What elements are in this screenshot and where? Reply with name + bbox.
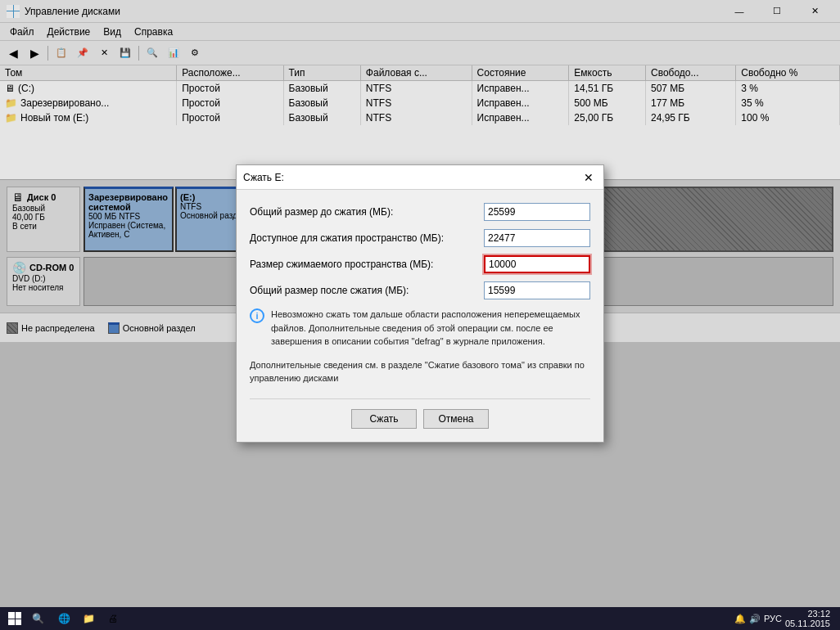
taskbar-apps: 🌐 📁 🖨 <box>49 607 728 630</box>
info-icon: i <box>250 308 264 323</box>
shrink-dialog: Сжать Е: ✕ Общий размер до сжатия (МБ): … <box>236 164 604 443</box>
field-row-available-size: Доступное для сжатия пространство (МБ): <box>250 229 590 247</box>
field-row-total-after: Общий размер после сжатия (МБ): <box>250 281 590 299</box>
taskbar-app-ie[interactable]: 🌐 <box>52 607 75 630</box>
input-total-size <box>484 203 590 221</box>
input-shrink-size[interactable] <box>484 255 590 273</box>
field-row-shrink-size: Размер сжимаемого пространства (МБ): <box>250 255 590 273</box>
cancel-button[interactable]: Отмена <box>423 409 489 429</box>
taskbar-app-explorer[interactable]: 📁 <box>77 607 100 630</box>
info-section: i Невозможно сжать том дальше области ра… <box>250 308 590 349</box>
taskbar-volume-icon[interactable]: 🔊 <box>749 614 761 624</box>
taskbar-right: 🔔 🔊 РУС 23:12 05.11.2015 <box>728 609 837 628</box>
taskbar-time-date[interactable]: 23:12 05.11.2015 <box>785 609 830 628</box>
info-text-content: Невозможно сжать том дальше области расп… <box>271 308 590 349</box>
help-text: Дополнительные сведения см. в разделе "С… <box>250 358 590 385</box>
start-button[interactable] <box>3 607 26 630</box>
input-available-size <box>484 229 590 247</box>
search-button[interactable]: 🔍 <box>26 607 49 630</box>
label-total-size: Общий размер до сжатия (МБ): <box>250 206 484 218</box>
modal-overlay: Сжать Е: ✕ Общий размер до сжатия (МБ): … <box>0 0 840 607</box>
taskbar-app-printer[interactable]: 🖨 <box>102 607 124 630</box>
dialog-close-button[interactable]: ✕ <box>580 169 597 186</box>
field-row-total-size: Общий размер до сжатия (МБ): <box>250 203 590 221</box>
input-total-after <box>484 281 590 299</box>
dialog-content: Общий размер до сжатия (МБ): Доступное д… <box>237 190 603 442</box>
dialog-buttons: Сжать Отмена <box>250 398 590 429</box>
taskbar-time: 23:12 <box>785 609 830 619</box>
dialog-title-text: Сжать Е: <box>243 172 580 183</box>
shrink-button[interactable]: Сжать <box>351 409 417 429</box>
label-total-after: Общий размер после сжатия (МБ): <box>250 285 484 296</box>
label-available-size: Доступное для сжатия пространство (МБ): <box>250 232 484 244</box>
dialog-title-bar: Сжать Е: ✕ <box>237 165 603 190</box>
taskbar: 🔍 🌐 📁 🖨 🔔 🔊 РУС 23:12 05.11.2015 <box>0 607 840 630</box>
taskbar-lang[interactable]: РУС <box>764 614 782 623</box>
taskbar-date: 05.11.2015 <box>785 619 830 628</box>
taskbar-notification-icon: 🔔 <box>734 614 746 624</box>
label-shrink-size: Размер сжимаемого пространства (МБ): <box>250 259 484 270</box>
